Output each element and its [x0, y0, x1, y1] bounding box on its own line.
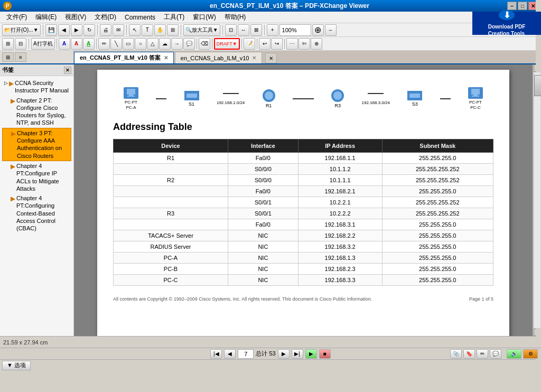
- tab-ccnas-pt[interactable]: en_CCNAS_PT_ILM_v10 答案 ✕: [74, 52, 174, 63]
- print-button[interactable]: 🖨: [100, 24, 111, 36]
- table-row: PC-BNIC192.168.2.3255.255.255.0: [114, 264, 493, 275]
- sidebar-toggle[interactable]: ⊞: [2, 38, 14, 50]
- sticky-note-button[interactable]: 📝: [244, 38, 255, 50]
- cell-device: RADIUS Server: [114, 241, 228, 253]
- cell-interface: NIC: [228, 253, 298, 264]
- menu-file[interactable]: 文件(F): [2, 12, 31, 23]
- text-underline-button[interactable]: A: [83, 38, 95, 50]
- text-select-button[interactable]: T: [142, 24, 153, 36]
- minimize-button[interactable]: –: [507, 2, 517, 10]
- refresh-button[interactable]: ↻: [83, 24, 95, 36]
- rt-btn3[interactable]: ✏: [477, 349, 488, 359]
- tree-item-ch3[interactable]: ▶ Chapter 3 PT: Configure AAA Authentica…: [2, 128, 71, 161]
- pencil-button[interactable]: ✏: [98, 38, 110, 50]
- cell-mask: 255.255.255.0: [382, 186, 493, 197]
- page-number-input[interactable]: [238, 349, 254, 359]
- polygon-button[interactable]: △: [147, 38, 158, 50]
- arrow-button[interactable]: →: [171, 38, 183, 50]
- cell-device: [114, 219, 228, 230]
- save-button[interactable]: 💾: [45, 24, 57, 36]
- page-number: Page 1 of 5: [469, 296, 493, 302]
- rt-green-btn[interactable]: 🔊: [507, 349, 521, 359]
- marquee-button[interactable]: ⊞: [167, 24, 179, 36]
- rt-orange-btn[interactable]: ⚙: [523, 349, 538, 359]
- stamp-button[interactable]: DRAFT ▼: [214, 38, 240, 50]
- nav-prev[interactable]: ◀: [224, 349, 236, 359]
- tab-toggle[interactable]: ⊟: [15, 38, 26, 50]
- maximize-button[interactable]: □: [518, 2, 527, 10]
- hand-button[interactable]: ✋: [154, 24, 166, 36]
- cloud-button[interactable]: ☁: [159, 38, 171, 50]
- rt-btn4[interactable]: 💬: [490, 349, 501, 359]
- fit-page-button[interactable]: ⊡: [225, 24, 237, 36]
- tree-item-ch4b[interactable]: ▶ Chapter 4 PT:Configuring Context-Based…: [2, 193, 71, 233]
- nav-first[interactable]: |◀: [210, 349, 222, 359]
- pdf-area[interactable]: PC-PTPC-A S1 192.168.1.0/24: [74, 64, 533, 336]
- panel-btn-2[interactable]: ≡: [15, 52, 26, 62]
- tool5[interactable]: ⊕: [311, 38, 322, 50]
- cell-ip: 10.1.1.1: [298, 175, 382, 186]
- tree-item-root[interactable]: ▷ ▶ CCNA Security Instructor PT Manual: [2, 78, 71, 96]
- tab-close-1[interactable]: ✕: [164, 55, 168, 61]
- forward-button[interactable]: ▶: [71, 24, 82, 36]
- callout-button[interactable]: 💬: [183, 38, 195, 50]
- scroll-track[interactable]: [534, 72, 541, 329]
- pdf-scrollbar[interactable]: ▲ ▼: [533, 64, 541, 336]
- line-button[interactable]: ╲: [110, 38, 122, 50]
- fit-width-button[interactable]: ↔: [238, 24, 249, 36]
- more-tools[interactable]: ⋯: [286, 38, 298, 50]
- tree-item-ch4a[interactable]: ▶ Chapter 4 PT:Configure IP ACLs to Miti…: [2, 161, 71, 193]
- nav-next[interactable]: ▶: [278, 349, 290, 359]
- redo-button[interactable]: ↪: [271, 38, 283, 50]
- nav-play[interactable]: ▶: [305, 349, 317, 359]
- zoom-dec-button[interactable]: –: [325, 24, 337, 36]
- zoom-tool-button[interactable]: 🔍 放大工具 ▼: [183, 24, 220, 36]
- menu-comments[interactable]: Comments: [120, 13, 160, 22]
- menu-document[interactable]: 文档(D): [90, 12, 120, 23]
- rt-btn1[interactable]: 📎: [450, 349, 462, 359]
- rect-button[interactable]: ▭: [123, 38, 134, 50]
- text-color-a-button[interactable]: A: [59, 38, 70, 50]
- panel-btn-1[interactable]: ⊞: [2, 52, 14, 62]
- cursor-button[interactable]: ↖: [129, 24, 141, 36]
- cell-interface: NIC: [228, 230, 298, 241]
- tab-close-2[interactable]: ✕: [252, 55, 256, 61]
- back-button[interactable]: ◀: [58, 24, 70, 36]
- typewriter-button[interactable]: A 打字机: [31, 38, 55, 50]
- nav-stop[interactable]: ■: [319, 349, 331, 359]
- scroll-thumb[interactable]: [534, 75, 542, 96]
- tab-ccnas-lab[interactable]: en_CCNAS_Lab_ILM_v10 ✕: [175, 52, 263, 63]
- menu-tools[interactable]: 工具(T): [160, 12, 189, 23]
- download-button[interactable]: ⬇ Download PDF Creation Tools: [472, 12, 541, 35]
- open-button[interactable]: 📂 打开(O)... ▼: [2, 24, 41, 36]
- nav-last[interactable]: ▶|: [292, 349, 303, 359]
- email-button[interactable]: ✉: [113, 24, 124, 36]
- bookmark-icon-ch3: ▶: [11, 130, 16, 137]
- zoom-out-button[interactable]: ⊕: [312, 24, 324, 36]
- options-button[interactable]: ▼ 选项: [2, 361, 31, 370]
- zoom-in-button[interactable]: +: [267, 24, 278, 36]
- tree-expand-icon: ▷: [4, 80, 8, 86]
- menu-view[interactable]: 视图(V): [61, 12, 90, 23]
- tree-item-ch2[interactable]: ▶ Chapter 2 PT: Configure Cisco Routers …: [2, 96, 71, 128]
- actual-size-button[interactable]: ⊠: [250, 24, 262, 36]
- text-highlight-button[interactable]: A: [71, 38, 82, 50]
- svg-point-4: [265, 91, 273, 100]
- new-tab-button[interactable]: ✕: [265, 53, 277, 63]
- zoom-dropdown-arrow: ▼: [213, 27, 218, 33]
- menu-window[interactable]: 窗口(W): [189, 12, 220, 23]
- menu-help[interactable]: 帮助(H): [220, 12, 250, 23]
- stamp-dropdown: ▼: [232, 41, 237, 46]
- undo-button[interactable]: ↩: [259, 38, 270, 50]
- sep14: [284, 39, 285, 49]
- tool4[interactable]: ✄: [299, 38, 310, 50]
- window-controls: – □ ✕: [507, 2, 538, 10]
- sidebar-close[interactable]: ✕: [64, 67, 71, 74]
- node-r1: R1: [263, 89, 275, 108]
- menu-edit[interactable]: 编辑(E): [31, 12, 61, 23]
- cell-mask: 255.255.255.0: [382, 253, 493, 264]
- rt-btn2[interactable]: 🔖: [463, 349, 475, 359]
- eraser-button[interactable]: ⌫: [199, 38, 210, 50]
- zoom-input[interactable]: 100%: [279, 24, 311, 36]
- ellipse-button[interactable]: ○: [135, 38, 146, 50]
